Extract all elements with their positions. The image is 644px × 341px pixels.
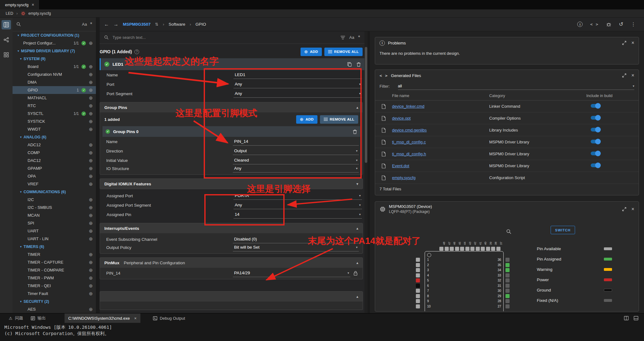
io-structure-select[interactable]: Any▾ (233, 164, 359, 173)
nav-path-software[interactable]: Software (169, 22, 185, 27)
chip-pin-square[interactable] (416, 273, 420, 277)
pinmux-pin-select[interactable]: PA14/29▾ (233, 269, 350, 277)
tree-item-timer-capture[interactable]: TIMER - CAPTURE⊕ (13, 258, 96, 266)
add-module-icon[interactable]: ⊕ (89, 182, 93, 186)
chip-pin-square[interactable] (505, 278, 510, 282)
chip-pin-square[interactable] (505, 289, 510, 293)
add-module-icon[interactable]: ⊕ (89, 236, 93, 241)
interrupts-header[interactable]: Interrupts/Events ▴ (100, 223, 363, 233)
scrollbar-thumb[interactable] (365, 47, 367, 163)
panel-layout-icon[interactable] (634, 316, 638, 320)
add-module-icon[interactable]: ⊕ (89, 41, 93, 45)
include-in-build-toggle[interactable] (591, 152, 600, 155)
device-link[interactable]: MSPM0G3507 (123, 22, 151, 27)
add-module-icon[interactable]: ⊕ (89, 158, 93, 163)
file-link[interactable]: ti_msp_dl_config.c (392, 140, 426, 144)
add-module-icon[interactable]: ⊕ (89, 291, 93, 296)
file-link[interactable]: device.opt (392, 116, 411, 121)
chip-pin-square[interactable] (505, 268, 510, 272)
add-module-icon[interactable]: ⊕ (89, 197, 93, 202)
config-scrollbar[interactable] (364, 31, 368, 313)
include-in-build-toggle[interactable] (591, 163, 600, 167)
tree-item-communications-6[interactable]: ▾COMMUNICATIONS (6) (13, 188, 96, 196)
bug-icon[interactable] (606, 22, 611, 27)
breadcrumb-file[interactable]: empty.syscfg (29, 11, 51, 16)
tree-item-timers-6[interactable]: ▾TIMERS (6) (13, 243, 96, 251)
close-icon[interactable]: × (134, 316, 137, 321)
chip-pin-square[interactable] (416, 268, 420, 272)
tree-item-spi[interactable]: SPI⊕ (13, 219, 96, 227)
chevron-down-icon[interactable]: ▾ (356, 182, 358, 186)
port-select[interactable]: Any▾ (233, 80, 362, 88)
tree-item-i2c-smbus[interactable]: I2C - SMBUS⊕ (13, 204, 96, 211)
iomux-header[interactable]: Digital IOMUX Features ▾ (100, 179, 363, 189)
copy-icon[interactable] (347, 62, 352, 67)
close-icon[interactable]: × (631, 73, 634, 78)
chip-pin-square[interactable] (416, 263, 420, 267)
chip-pin-square[interactable] (491, 247, 495, 251)
tree-item-security-2[interactable]: ▾SECURITY (2) (13, 297, 96, 305)
close-icon[interactable]: × (631, 206, 634, 212)
chip-pin-square[interactable] (486, 247, 490, 251)
config-search-bar[interactable]: Type search text... Aa * (100, 31, 364, 44)
tree-item-board[interactable]: Board1/1✓⊕ (13, 63, 96, 70)
help-icon[interactable]: ? (134, 49, 139, 54)
include-in-build-toggle[interactable] (591, 140, 600, 143)
add-module-icon[interactable]: ⊕ (89, 119, 93, 124)
chip-pin-square[interactable] (505, 273, 510, 277)
add-module-icon[interactable]: ⊕ (89, 252, 93, 257)
tree-item-project-configuration-1[interactable]: ▾PROJECT CONFIGURATION (1) (13, 31, 96, 39)
add-module-icon[interactable]: ⊕ (89, 103, 93, 108)
tree-item-project-configur[interactable]: Project Configur...1/1✓⊕ (13, 39, 96, 47)
delete-icon[interactable] (357, 62, 361, 67)
tree-item-mspm0-driver-library-7[interactable]: ▾MSPM0 DRIVER LIBRARY (7) (13, 47, 96, 55)
file-link[interactable]: Event.dot (392, 163, 409, 168)
tab-cmd[interactable]: C:\WINDOWS\System32\cmd.exe × (65, 313, 140, 323)
nav-path-gpio[interactable]: GPIO (196, 22, 206, 27)
add-module-icon[interactable]: ⊕ (89, 111, 93, 116)
chip-pin-square[interactable] (496, 247, 500, 251)
chip-pin-square[interactable] (505, 263, 510, 267)
swap-device-icon[interactable]: ⇅ (155, 22, 159, 27)
tree-item-opa[interactable]: OPA⊕ (13, 172, 96, 180)
tree-item-timer-fault[interactable]: Timer Fault⊕ (13, 290, 96, 297)
grid-view-icon[interactable] (2, 50, 11, 59)
add-module-icon[interactable]: ⊕ (89, 307, 93, 312)
add-module-icon[interactable]: ⊕ (89, 205, 93, 210)
match-case-icon[interactable]: Aa (82, 22, 87, 27)
chip-pin-square[interactable] (505, 284, 510, 288)
file-link[interactable]: device.cmd.genlibs (392, 128, 427, 132)
tree-item-adc12[interactable]: ADC12⊕ (13, 141, 96, 149)
chip-pin-square[interactable] (416, 294, 420, 298)
chevron-up-icon[interactable]: ▴ (356, 106, 358, 110)
tab-debug-output[interactable]: Debug Output (149, 313, 189, 323)
group-pins-instance[interactable]: ✓ Group Pins 0 (102, 126, 360, 137)
chip-pin-square[interactable] (445, 247, 449, 251)
terminal-output[interactable]: Microsoft Windows [版本 10.0.26100.4061](c… (0, 323, 644, 341)
file-link[interactable]: empty.syscfg (392, 175, 416, 180)
tab-problems[interactable]: ⚠ 问题 (5, 313, 27, 323)
include-in-build-toggle[interactable] (591, 116, 600, 120)
tree-item-systick[interactable]: SYSTICK⊕ (13, 117, 96, 125)
tree-item-configuration-nvm[interactable]: Configuration NVM⊕ (13, 70, 96, 78)
kebab-menu-icon[interactable]: ⋮ (631, 21, 636, 27)
chip-pin-square[interactable] (416, 258, 420, 262)
code-view-icon[interactable]: < > (590, 22, 598, 27)
match-case-icon[interactable]: Aa (349, 35, 354, 40)
chip-pin-square[interactable] (416, 284, 420, 288)
tree-item-aes[interactable]: AES⊕ (13, 305, 96, 313)
add-module-icon[interactable]: ⊕ (89, 150, 93, 155)
chevron-up-icon[interactable]: ▴ (356, 226, 358, 230)
panel-config-icon[interactable] (2, 20, 11, 29)
back-icon[interactable]: ← (104, 22, 109, 27)
chip-pin-square[interactable] (505, 294, 510, 298)
tree-item-gpio[interactable]: GPIO1✓⊕ (13, 86, 96, 94)
close-icon[interactable]: × (631, 40, 634, 46)
chevron-up-icon[interactable]: ▴ (356, 261, 358, 265)
lock-icon[interactable] (353, 271, 358, 276)
switch-device-button[interactable]: SWITCH (551, 226, 575, 234)
tree-item-timer-qei[interactable]: TIMER - QEI⊕ (13, 282, 96, 290)
add-module-icon[interactable]: ⊕ (89, 72, 93, 77)
info-icon[interactable]: i (577, 22, 583, 27)
tree-item-mcan[interactable]: MCAN⊕ (13, 211, 96, 219)
